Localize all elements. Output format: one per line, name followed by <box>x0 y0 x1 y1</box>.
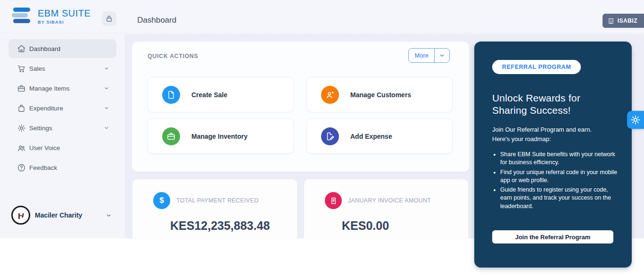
more-button[interactable]: More <box>409 49 434 62</box>
org-badge-label: ISABIZ <box>618 17 637 24</box>
lock-sidebar-button[interactable] <box>102 11 116 26</box>
referral-bullet-list: Share EBM Suite benefits with your netwo… <box>500 151 618 210</box>
referral-bullet: Share EBM Suite benefits with your netwo… <box>500 151 618 167</box>
stat-label: TOTAL PAYMENT RECEIVED <box>176 197 258 204</box>
chevron-down-icon <box>106 212 112 218</box>
referral-bullet: Guide friends to register using your cod… <box>500 186 618 210</box>
stat-value: KES12,235,883.48 <box>170 219 270 233</box>
building-icon <box>608 17 614 25</box>
invoice-amount-card: JANUARY INVOICE AMOUNT KES0.00 <box>304 179 468 238</box>
chevron-down-icon <box>439 52 445 59</box>
sidebar-item-label: Feedback <box>29 164 57 171</box>
org-badge[interactable]: ISABIZ <box>603 14 644 28</box>
brand-subtitle: BY SIBASI <box>38 20 91 25</box>
chevron-down-icon <box>104 105 109 111</box>
file-pencil-icon <box>321 127 339 145</box>
more-split-button: More <box>408 48 450 63</box>
gear-icon <box>630 115 641 125</box>
question-icon <box>17 163 26 172</box>
quick-actions-panel: QUICK ACTIONS More Create Sale Manage Cu… <box>132 42 469 172</box>
sidebar-item-settings[interactable]: Settings <box>0 118 125 137</box>
home-icon <box>17 44 26 53</box>
sidebar-item-label: User Voice <box>29 144 60 151</box>
join-referral-button[interactable]: Join the Referral Program <box>492 230 613 243</box>
page-title: Dashboard <box>137 16 176 25</box>
sidebar-nav: Dashboard Sales Manage Items <box>0 39 125 178</box>
stat-value: KES0.00 <box>342 219 389 233</box>
sidebar-item-expenditure[interactable]: Expenditure <box>0 99 125 118</box>
referral-bullet: Find your unique referral code in your m… <box>500 168 618 185</box>
referral-intro-line1: Join Our Referral Program and earn. <box>492 125 615 135</box>
stat-header: JANUARY INVOICE AMOUNT <box>325 192 431 209</box>
action-label: Manage Inventory <box>191 133 248 140</box>
account-name: Maciler Charity <box>35 211 82 219</box>
brand-title: EBM SUITE <box>38 8 91 19</box>
briefcase-icon <box>17 84 26 93</box>
avatar: |-/ <box>11 206 30 225</box>
account-switcher[interactable]: |-/ Maciler Charity <box>0 205 125 226</box>
dollar-icon: $ <box>153 192 170 209</box>
gear-icon <box>17 124 26 133</box>
referral-program-badge: REFERRAL PROGRAM <box>492 60 581 74</box>
create-sale-card[interactable]: Create Sale <box>148 77 294 112</box>
referral-heading: Unlock Rewards for Sharing Success! <box>492 92 615 117</box>
sidebar-item-user-voice[interactable]: User Voice <box>0 138 125 157</box>
action-label: Add Expense <box>350 133 392 140</box>
users-icon <box>17 143 26 152</box>
referral-panel: REFERRAL PROGRAM Unlock Rewards for Shar… <box>474 42 632 268</box>
sidebar-item-dashboard[interactable]: Dashboard <box>8 39 116 58</box>
bag-icon <box>17 104 26 113</box>
referral-intro: Join Our Referral Program and earn. Here… <box>492 125 615 145</box>
stat-label: JANUARY INVOICE AMOUNT <box>348 197 431 204</box>
app-window: EBM SUITE BY SIBASI Dashboard ISABIZ Das… <box>0 0 644 277</box>
add-expense-card[interactable]: Add Expense <box>306 118 453 154</box>
cart-icon <box>17 64 26 73</box>
referral-intro-line2: Here's your roadmap: <box>492 134 615 144</box>
quick-actions-title: QUICK ACTIONS <box>148 53 198 59</box>
action-label: Create Sale <box>191 91 227 99</box>
chevron-down-icon <box>104 125 109 131</box>
manage-customers-card[interactable]: Manage Customers <box>306 77 453 112</box>
chevron-down-icon <box>104 85 109 91</box>
user-plus-icon <box>321 86 339 104</box>
chevron-down-icon <box>104 66 109 71</box>
ebm-logo-icon <box>10 6 32 26</box>
action-label: Manage Customers <box>350 91 411 99</box>
sidebar-item-label: Settings <box>29 125 52 132</box>
lock-icon <box>105 15 113 23</box>
sidebar-item-label: Manage Items <box>29 85 70 92</box>
settings-fab-button[interactable] <box>627 111 644 129</box>
sidebar-item-feedback[interactable]: Feedback <box>0 158 125 177</box>
file-icon <box>162 86 180 104</box>
sidebar-item-label: Expenditure <box>29 105 63 112</box>
top-bar <box>0 0 644 34</box>
sidebar-item-label: Sales <box>29 65 45 72</box>
brand-logo[interactable]: EBM SUITE BY SIBASI <box>10 6 91 26</box>
sidebar-item-sales[interactable]: Sales <box>0 59 125 78</box>
stat-header: $ TOTAL PAYMENT RECEIVED <box>153 192 258 209</box>
more-dropdown-toggle[interactable] <box>434 49 449 62</box>
manage-inventory-card[interactable]: Manage Inventory <box>148 118 294 154</box>
sidebar-item-label: Dashboard <box>29 45 60 52</box>
briefcase-icon <box>162 127 180 145</box>
brand-text: EBM SUITE BY SIBASI <box>38 8 91 25</box>
total-payment-card: $ TOTAL PAYMENT RECEIVED KES12,235,883.4… <box>132 179 297 238</box>
invoice-icon <box>325 192 342 209</box>
sidebar-item-manage-items[interactable]: Manage Items <box>0 79 125 98</box>
